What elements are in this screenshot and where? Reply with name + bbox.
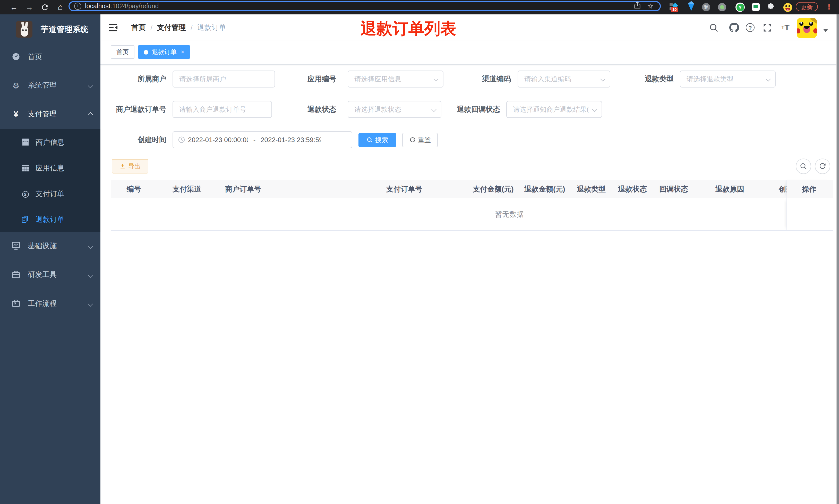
github-icon[interactable] (729, 14, 739, 41)
table-empty-row: 暂无数据 (111, 198, 833, 231)
yen-icon: ¥ (10, 110, 22, 119)
extensions-puzzle-icon[interactable] (767, 3, 774, 13)
col-pay-channel: 支付渠道 (173, 180, 201, 198)
tab-refund-order[interactable]: 退款订单 × (138, 45, 190, 59)
fullscreen-icon[interactable] (763, 14, 772, 41)
browser-menu-icon[interactable]: ⋮ (826, 3, 832, 11)
monitor-chart-icon (10, 242, 22, 250)
dashboard-icon (10, 53, 22, 62)
url-bar[interactable]: i localhost:1024/pay/refund ☆ (69, 1, 661, 11)
extension-dot-icon[interactable] (718, 3, 726, 11)
create-time-range-picker[interactable]: 2022-01-23 00:00:00 - 2022-01-23 23:59:5… (173, 131, 352, 148)
yen-circle-icon: ¥ (21, 191, 30, 198)
table-grid-icon (21, 164, 30, 172)
extension-badge: 10 (671, 7, 678, 12)
col-id: 编号 (127, 180, 141, 198)
page-annotation-title: 退款订单列表 (305, 18, 512, 40)
header-search-icon[interactable] (709, 14, 718, 41)
extension-y-icon[interactable]: Y (735, 3, 745, 12)
chevron-down-icon (592, 107, 597, 112)
extension-chat-icon[interactable] (752, 3, 760, 11)
page-info-icon[interactable]: i (74, 3, 82, 10)
refund-type-label: 退款类型 (628, 71, 674, 88)
empty-text: 暂无数据 (458, 198, 561, 230)
browser-back-icon[interactable]: ← (7, 0, 21, 14)
breadcrumb-home[interactable]: 首页 (131, 23, 146, 32)
chevron-down-icon (431, 107, 436, 112)
channel-select[interactable]: 请输入渠道编码 (518, 71, 610, 88)
app-select[interactable]: 请选择应用信息 (347, 71, 444, 88)
refresh-table-button[interactable] (815, 159, 830, 174)
sidebar-item-app-info[interactable]: 应用信息 (0, 156, 101, 181)
chevron-down-icon (88, 244, 93, 249)
breadcrumb-pay[interactable]: 支付管理 (157, 23, 186, 32)
col-refund-amount: 退款金额(元) (524, 180, 565, 198)
storefront-icon (21, 139, 30, 147)
url-text[interactable]: localhost:1024/pay/refund (85, 3, 159, 10)
merchant-label: 所属商户 (121, 71, 166, 88)
col-refund-reason: 退款原因 (715, 180, 744, 198)
export-button[interactable]: 导出 (112, 159, 148, 174)
sidebar-item-devtools[interactable]: 研发工具 (0, 260, 101, 289)
extension-grid-icon[interactable]: 10 (670, 3, 677, 11)
share-icon[interactable] (634, 2, 641, 11)
end-date-value: 2022-01-23 23:59:59 (261, 136, 321, 144)
app-logo[interactable] (16, 21, 33, 38)
table-header: 编号 支付渠道 商户订单号 支付订单号 支付金额(元) 退款金额(元) 退款类型… (111, 180, 833, 199)
search-button[interactable]: 搜索 (358, 133, 396, 147)
chevron-down-icon (88, 272, 93, 277)
merchant-select[interactable]: 请选择所属商户 (173, 71, 275, 88)
sidebar-item-home[interactable]: 首页 (0, 43, 101, 72)
browser-forward-icon[interactable]: → (23, 0, 36, 14)
merchant-refund-no-label: 商户退款订单号 (114, 101, 166, 118)
sidebar-item-pay[interactable]: ¥ 支付管理 (0, 100, 101, 129)
sidebar-item-refund-order[interactable]: 退款订单 (0, 207, 101, 233)
toolbox-icon (10, 271, 22, 279)
main-area: 首页 / 支付管理 / 退款订单 退款订单列表 ? TT (101, 14, 839, 504)
pay-submenu: 商户信息 应用信息 ¥ 支付订单 退款订单 (0, 129, 101, 232)
window-edge-scrollbar[interactable] (836, 14, 839, 504)
sidebar-item-merchant-info[interactable]: 商户信息 (0, 130, 101, 156)
tab-home[interactable]: 首页 (111, 45, 135, 59)
app-label: 应用编号 (286, 71, 336, 88)
refund-status-select[interactable]: 请选择退款状态 (347, 101, 441, 118)
chevron-up-icon (88, 112, 93, 117)
active-tab-dot (144, 50, 148, 54)
sidebar-item-workflow[interactable]: 工作流程 (0, 289, 101, 318)
col-refund-type: 退款类型 (577, 180, 606, 198)
avatar-caret-down-icon[interactable] (823, 29, 828, 32)
toggle-search-button[interactable] (796, 159, 811, 174)
sidebar: 芋道管理系统 首页 ⚙ 系统管理 ¥ 支付管理 商户信息 (0, 14, 101, 504)
col-refund-status: 退款状态 (618, 180, 647, 198)
col-merchant-order-no: 商户订单号 (225, 180, 261, 198)
breadcrumb-current: 退款订单 (197, 23, 226, 32)
tab-close-icon[interactable]: × (181, 45, 184, 59)
merchant-refund-no-input[interactable]: 请输入商户退款订单号 (173, 101, 272, 118)
col-actions: 操作 (802, 180, 816, 198)
sidebar-item-infra[interactable]: 基础设施 (0, 232, 101, 260)
sidebar-item-pay-order[interactable]: ¥ 支付订单 (0, 181, 101, 207)
font-size-icon[interactable]: TT (781, 14, 789, 41)
briefcase-icon (10, 300, 22, 308)
refund-status-label: 退款状态 (291, 101, 336, 118)
reset-button[interactable]: 重置 (402, 133, 438, 147)
bookmark-star-icon[interactable]: ☆ (647, 2, 654, 10)
profile-emoji-icon[interactable] (783, 3, 792, 12)
notify-status-select[interactable]: 请选择通知商户退款结果( (506, 101, 602, 118)
browser-home-icon[interactable]: ⌂ (54, 0, 67, 14)
create-time-label: 创建时间 (121, 131, 166, 148)
document-copy-icon (21, 216, 30, 224)
notify-status-label: 退款回调状态 (455, 101, 500, 118)
help-icon[interactable]: ? (746, 14, 754, 41)
browser-update-button[interactable]: 更新 (796, 2, 818, 11)
sidebar-fold-icon[interactable] (108, 23, 118, 35)
extension-kite-icon[interactable] (688, 4, 694, 11)
browser-reload-icon[interactable] (38, 0, 52, 14)
fixed-column-header: 操作 (786, 180, 833, 198)
user-avatar[interactable] (797, 18, 817, 38)
breadcrumb: 首页 / 支付管理 / 退款订单 (131, 14, 226, 41)
col-pay-amount: 支付金额(元) (473, 180, 514, 198)
refund-type-select[interactable]: 请选择退款类型 (680, 71, 775, 88)
sidebar-item-system[interactable]: ⚙ 系统管理 (0, 71, 101, 100)
extension-command-icon[interactable]: ⌘ (702, 3, 710, 11)
